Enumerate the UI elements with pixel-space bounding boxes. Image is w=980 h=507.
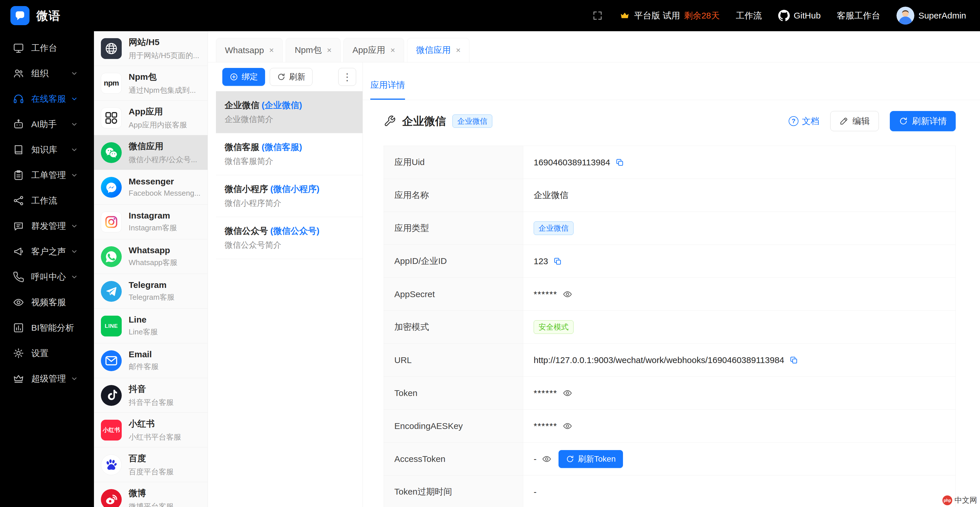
- refresh-list-button[interactable]: 刷新: [270, 68, 312, 86]
- sidebar-item-settings[interactable]: 设置: [0, 340, 94, 366]
- item-alias[interactable]: (微信客服): [262, 142, 302, 152]
- github-link[interactable]: GitHub: [778, 10, 821, 21]
- edit-button[interactable]: 编辑: [830, 111, 879, 131]
- channel-item-whatsapp[interactable]: WhatsappWhatsapp客服: [94, 239, 208, 274]
- tab-label: App应用: [352, 44, 385, 56]
- eye-icon[interactable]: [563, 289, 573, 299]
- item-desc: 企业微信简介: [224, 114, 354, 124]
- chevron-down-icon: [70, 69, 78, 78]
- channel-item-website[interactable]: 网站/H5用于网站/H5页面的...: [94, 31, 208, 66]
- tab-npm[interactable]: Npm包 ×: [286, 38, 340, 62]
- sidebar-item-video-service[interactable]: 视频客服: [0, 289, 94, 315]
- sidebar-item-label: 客户之声: [31, 246, 66, 257]
- channel-item-instagram[interactable]: InstagramInstagram客服: [94, 205, 208, 239]
- item-alias[interactable]: (微信小程序): [270, 184, 320, 194]
- tab-label: Whatsapp: [225, 45, 264, 55]
- refresh-token-button[interactable]: 刷新Token: [558, 450, 623, 468]
- channel-item-baidu[interactable]: 百度百度平台客服: [94, 447, 208, 482]
- sidebar-item-ticket-management[interactable]: 工单管理: [0, 162, 94, 188]
- tool-icon: [383, 115, 396, 127]
- channel-desc: 抖音平台客服: [129, 397, 174, 408]
- channel-name: Line: [129, 315, 158, 324]
- row-label: EncodingAESKey: [384, 410, 523, 442]
- doc-link[interactable]: ? 文档: [789, 115, 819, 127]
- close-icon[interactable]: ×: [456, 46, 460, 55]
- chevron-down-icon: [70, 146, 78, 154]
- line-icon: LINE: [101, 316, 122, 337]
- dashboard-icon: [13, 42, 24, 54]
- sidebar-item-label: 超级管理: [31, 373, 66, 385]
- channel-desc: 用于网站/H5页面的...: [129, 51, 199, 61]
- sidebar-item-label: 群发管理: [31, 220, 66, 232]
- close-icon[interactable]: ×: [391, 46, 395, 55]
- channel-item-telegram[interactable]: TelegramTelegram客服: [94, 274, 208, 309]
- fullscreen-icon[interactable]: [592, 10, 603, 21]
- tab-wechat-active[interactable]: 微信应用 ×: [407, 38, 469, 62]
- channel-item-npm[interactable]: npm Npm包通过Npm包集成到...: [94, 66, 208, 100]
- channel-item-line[interactable]: LINE LineLine客服: [94, 309, 208, 343]
- item-name: 微信公众号: [224, 226, 268, 235]
- item-name: 微信小程序: [224, 184, 268, 194]
- refresh-detail-label: 刷新详情: [912, 115, 947, 127]
- list-item-wechat-official[interactable]: 微信公众号(微信公众号) 微信公众号简介: [216, 217, 363, 259]
- watermark-text: 中文网: [955, 495, 977, 505]
- tab-app[interactable]: App应用 ×: [344, 38, 404, 62]
- eye-icon[interactable]: [563, 388, 573, 398]
- detail-row-access-token: AccessToken - 刷新Token: [384, 443, 955, 475]
- eye-icon[interactable]: [563, 421, 573, 431]
- plan-info[interactable]: 平台版 试用 剩余28天: [619, 10, 720, 22]
- topbar-right: 平台版 试用 剩余28天 工作流 GitHub 客服工作台 SuperAdmin: [592, 6, 966, 25]
- item-desc: 微信客服简介: [224, 156, 354, 166]
- chevron-down-icon: [70, 95, 78, 103]
- item-alias[interactable]: (微信公众号): [270, 226, 320, 235]
- website-icon: [101, 38, 122, 59]
- row-value-masked: ******: [534, 421, 557, 431]
- sidebar-item-call-center[interactable]: 呼叫中心: [0, 264, 94, 289]
- item-alias[interactable]: (企业微信): [262, 100, 302, 110]
- sidebar-item-voice-of-customer[interactable]: 客户之声: [0, 239, 94, 264]
- channel-item-xiaohongshu[interactable]: 小红书 小红书小红书平台客服: [94, 413, 208, 447]
- close-icon[interactable]: ×: [269, 46, 274, 55]
- list-item-work-wechat[interactable]: 企业微信(企业微信) 企业微信简介: [216, 91, 363, 133]
- sidebar-item-broadcast[interactable]: 群发管理: [0, 213, 94, 239]
- more-actions-button[interactable]: ⋮: [338, 68, 356, 86]
- channel-item-app[interactable]: App应用App应用内嵌客服: [94, 100, 208, 135]
- topbar-workflow-link[interactable]: 工作流: [736, 10, 762, 22]
- channel-item-email[interactable]: Email邮件客服: [94, 343, 208, 378]
- channel-item-douyin[interactable]: 抖音抖音平台客服: [94, 378, 208, 413]
- eye-icon[interactable]: [542, 454, 552, 464]
- channel-item-messenger[interactable]: MessengerFacebook Messeng...: [94, 170, 208, 205]
- sidebar-item-bi-analytics[interactable]: BI智能分析: [0, 315, 94, 340]
- agent-workbench-link[interactable]: 客服工作台: [837, 10, 880, 22]
- refresh-detail-button[interactable]: 刷新详情: [890, 111, 956, 131]
- list-item-wechat-kf[interactable]: 微信客服(微信客服) 微信客服简介: [216, 133, 363, 175]
- plus-circle-icon: [229, 73, 238, 81]
- detail-row-url: URL http://127.0.0.1:9003/wechat/work/we…: [384, 344, 955, 377]
- app-list-panel: 绑定 刷新 ⋮ 企业微信(企业微信) 企业微信简介 微信客服(微信客服): [216, 62, 363, 507]
- sidebar-item-ai-assistant[interactable]: AI助手: [0, 111, 94, 137]
- tab-app-detail[interactable]: 应用详情: [370, 79, 405, 100]
- channel-item-wechat[interactable]: 微信应用微信小程序/公众号...: [94, 135, 208, 170]
- copy-icon[interactable]: [789, 356, 798, 364]
- channel-desc: Telegram客服: [129, 292, 175, 302]
- list-item-wechat-miniprogram[interactable]: 微信小程序(微信小程序) 微信小程序简介: [216, 175, 363, 217]
- chevron-down-icon: [70, 375, 78, 383]
- copy-icon[interactable]: [616, 158, 624, 167]
- channel-name: Instagram: [129, 211, 177, 221]
- sidebar-item-online-service[interactable]: 在线客服: [0, 86, 94, 111]
- user-menu[interactable]: SuperAdmin: [896, 6, 966, 25]
- bind-button[interactable]: 绑定: [222, 68, 265, 86]
- sidebar-item-super-admin[interactable]: 超级管理: [0, 366, 94, 391]
- github-icon: [778, 10, 790, 21]
- copy-icon[interactable]: [553, 257, 562, 265]
- tab-whatsapp[interactable]: Whatsapp ×: [216, 38, 283, 62]
- sidebar-item-workflow[interactable]: 工作流: [0, 188, 94, 213]
- app-title: 微语: [37, 8, 61, 24]
- sidebar-item-knowledge-base[interactable]: 知识库: [0, 137, 94, 162]
- sidebar-item-workbench[interactable]: 工作台: [0, 35, 94, 61]
- channel-item-weibo[interactable]: 微博微博平台客服: [94, 482, 208, 507]
- close-icon[interactable]: ×: [327, 46, 332, 55]
- row-value: http://127.0.0.1:9003/wechat/work/webhoo…: [534, 355, 784, 365]
- brand[interactable]: 微语: [10, 6, 61, 25]
- sidebar-item-organization[interactable]: 组织: [0, 61, 94, 86]
